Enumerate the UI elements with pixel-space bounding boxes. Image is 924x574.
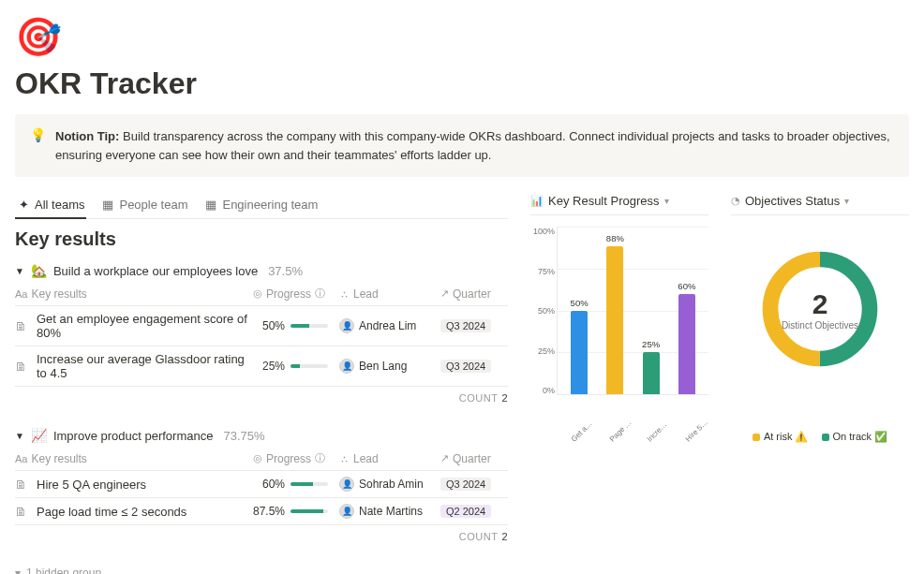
x-axis-label: Hire 5 QA engineers [684,418,710,444]
tab-label: People team [119,198,187,212]
arrow-icon: ↗ [440,287,449,300]
avatar: 👤 [339,504,354,519]
tab-all-teams[interactable]: ✦All teams [15,194,86,218]
target-icon: ◎ [253,287,262,300]
col-quarter-header: Quarter [453,452,491,465]
x-axis-label: Page load time ≤ 2 s… [608,418,634,444]
legend-item: At risk ⚠️ [753,431,809,443]
info-icon: ⓘ [315,287,325,301]
avatar: 👤 [339,359,354,374]
col-lead-header: Lead [353,452,379,465]
group-emoji: 📈 [31,428,47,443]
chart-bar[interactable]: 50% [571,311,588,395]
table-row[interactable]: 🗎Get an employee engagement score of 80%… [15,306,508,346]
group-name: Build a workplace our employees love [53,264,258,278]
tip-label: Notion Tip: [55,129,119,143]
document-icon: 🗎 [15,360,27,374]
chart-bar[interactable]: 88% [606,246,623,394]
legend-label: On track ✅ [833,431,888,443]
table-row[interactable]: 🗎Page load time ≤ 2 seconds 87.5% 👤Nate … [15,498,508,525]
tab-engineering-team[interactable]: ▦Engineering team [202,194,320,218]
row-progress-pct: 60% [253,478,285,491]
chevron-down-icon: ▾ [844,196,849,206]
group-progress-pct: 37.5% [268,264,303,278]
triangle-down-icon: ▼ [15,266,24,276]
tab-label: Engineering team [222,198,318,212]
people-icon: ⛬ [339,288,350,300]
progress-bar [291,324,328,328]
avatar: 👤 [339,477,354,492]
view-tabs: ✦All teams▦People team▦Engineering team [15,194,508,219]
row-lead: Sohrab Amin [359,478,424,491]
chart-bar[interactable]: 60% [678,294,695,394]
hidden-group-toggle[interactable]: ▾ 1 hidden group [15,563,508,574]
chart-bar[interactable]: 25% [643,352,660,394]
hidden-group-label: 1 hidden group [26,567,101,574]
tab-icon: ▦ [204,199,217,212]
page-icon: 🎯 [15,15,909,59]
tab-people-team[interactable]: ▦People team [99,194,189,218]
count-row: COUNT2 [15,525,508,548]
x-axis-label: Get an employ… [570,418,596,444]
target-icon: ◎ [253,452,262,464]
group-progress-pct: 73.75% [223,429,264,443]
document-icon: 🗎 [15,478,27,492]
chevron-down-icon: ▾ [664,196,669,206]
tab-icon: ▦ [101,199,114,212]
col-lead-header: Lead [353,287,379,301]
objectives-donut-chart: 2 Distinct Objectives [754,243,886,375]
bar-value-label: 88% [606,233,624,243]
kr-bar-chart: 100%75%50%25%0% 50%88%25%60% [530,227,708,414]
triangle-down-icon: ▼ [15,431,24,441]
legend-item: On track ✅ [822,431,888,443]
bar-value-label: 60% [678,281,695,291]
row-progress-pct: 50% [253,319,285,332]
tip-callout: 💡 Notion Tip: Build transparency across … [15,114,909,177]
key-results-heading: Key results [15,228,508,250]
group-header[interactable]: ▼ 🏡 Build a workplace our employees love… [15,259,508,282]
progress-bar [291,482,328,486]
avatar: 👤 [339,318,354,333]
col-quarter-header: Quarter [453,287,491,301]
row-lead: Andrea Lim [359,319,416,332]
arrow-icon: ↗ [440,452,449,464]
document-icon: 🗎 [15,505,27,519]
info-icon: ⓘ [315,451,325,465]
row-name: Get an employee engagement score of 80% [37,312,253,340]
obj-status-title: Objectives Status [745,194,840,208]
page-title: OKR Tracker [15,66,909,101]
row-progress-pct: 87.5% [253,505,285,518]
y-axis-label: 100% [530,227,555,236]
tip-body: Build transparency across the company wi… [55,129,890,162]
tab-icon: ✦ [17,199,30,212]
kr-chart-header[interactable]: 📊 Key Result Progress ▾ [530,194,708,215]
bar-chart-icon: 📊 [530,195,544,207]
col-progress-header: Progress [266,287,311,301]
quarter-badge[interactable]: Q3 2024 [440,478,491,491]
legend-label: At risk ⚠️ [764,431,809,443]
group-header[interactable]: ▼ 📈 Improve product performance 73.75% [15,424,508,447]
table-row[interactable]: 🗎Hire 5 QA engineers 60% 👤Sohrab Amin Q3… [15,471,508,498]
row-progress-pct: 25% [253,360,285,373]
document-icon: 🗎 [15,319,27,333]
col-name-header: Key results [31,452,86,465]
y-axis-label: 75% [530,267,555,276]
y-axis-label: 50% [530,306,555,316]
quarter-badge[interactable]: Q3 2024 [440,360,491,373]
row-lead: Nate Martins [359,505,423,518]
y-axis-label: 25% [530,346,555,356]
table-row[interactable]: 🗎Increase our average Glassdoor rating t… [15,346,508,387]
quarter-badge[interactable]: Q3 2024 [440,319,491,332]
legend-swatch [822,434,829,441]
group-emoji: 🏡 [31,263,47,278]
col-progress-header: Progress [266,452,311,465]
group-name: Improve product performance [53,429,214,443]
bulb-icon: 💡 [30,127,46,164]
quarter-badge[interactable]: Q2 2024 [440,505,491,518]
tip-text: Notion Tip: Build transparency across th… [55,127,894,164]
obj-status-header[interactable]: ◔ Objectives Status ▾ [731,194,909,215]
x-axis-label: Increase our average… [646,418,672,444]
col-name-header: Key results [31,287,86,301]
donut-center-label: Distinct Objectives [782,320,858,331]
tab-label: All teams [35,198,84,212]
